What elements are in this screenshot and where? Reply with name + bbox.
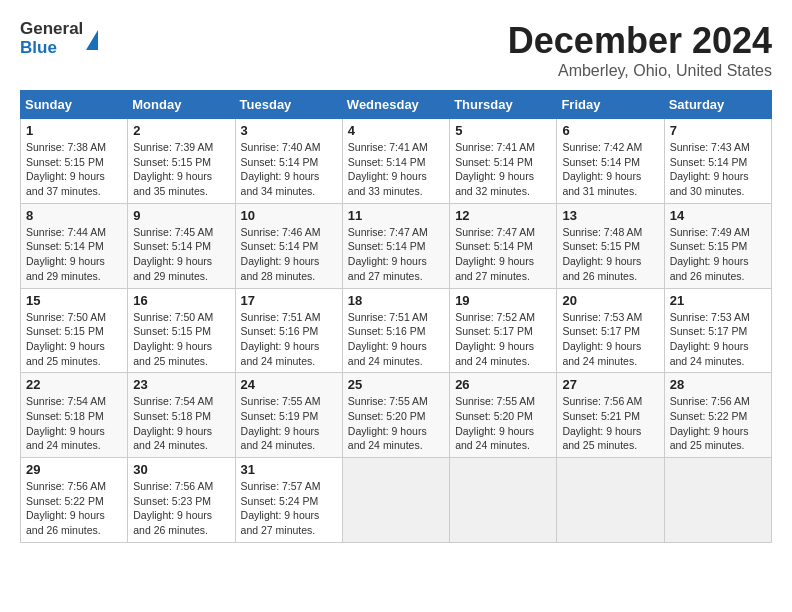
logo-text-block: General Blue <box>20 20 83 57</box>
calendar-header-saturday: Saturday <box>664 91 771 119</box>
day-number: 17 <box>241 293 337 308</box>
day-number: 2 <box>133 123 229 138</box>
calendar-cell: 19 Sunrise: 7:52 AMSunset: 5:17 PMDaylig… <box>450 288 557 373</box>
calendar-header-friday: Friday <box>557 91 664 119</box>
day-detail: Sunrise: 7:55 AMSunset: 5:19 PMDaylight:… <box>241 395 321 451</box>
day-number: 29 <box>26 462 122 477</box>
calendar-cell: 22 Sunrise: 7:54 AMSunset: 5:18 PMDaylig… <box>21 373 128 458</box>
day-detail: Sunrise: 7:41 AMSunset: 5:14 PMDaylight:… <box>348 141 428 197</box>
day-detail: Sunrise: 7:56 AMSunset: 5:22 PMDaylight:… <box>26 480 106 536</box>
calendar-cell: 15 Sunrise: 7:50 AMSunset: 5:15 PMDaylig… <box>21 288 128 373</box>
day-detail: Sunrise: 7:54 AMSunset: 5:18 PMDaylight:… <box>26 395 106 451</box>
day-detail: Sunrise: 7:41 AMSunset: 5:14 PMDaylight:… <box>455 141 535 197</box>
calendar-cell: 28 Sunrise: 7:56 AMSunset: 5:22 PMDaylig… <box>664 373 771 458</box>
calendar-header-wednesday: Wednesday <box>342 91 449 119</box>
calendar-cell: 14 Sunrise: 7:49 AMSunset: 5:15 PMDaylig… <box>664 203 771 288</box>
day-detail: Sunrise: 7:56 AMSunset: 5:21 PMDaylight:… <box>562 395 642 451</box>
day-detail: Sunrise: 7:51 AMSunset: 5:16 PMDaylight:… <box>241 311 321 367</box>
calendar-cell: 6 Sunrise: 7:42 AMSunset: 5:14 PMDayligh… <box>557 119 664 204</box>
day-detail: Sunrise: 7:45 AMSunset: 5:14 PMDaylight:… <box>133 226 213 282</box>
day-detail: Sunrise: 7:52 AMSunset: 5:17 PMDaylight:… <box>455 311 535 367</box>
day-detail: Sunrise: 7:57 AMSunset: 5:24 PMDaylight:… <box>241 480 321 536</box>
day-detail: Sunrise: 7:55 AMSunset: 5:20 PMDaylight:… <box>455 395 535 451</box>
calendar-cell: 27 Sunrise: 7:56 AMSunset: 5:21 PMDaylig… <box>557 373 664 458</box>
day-number: 11 <box>348 208 444 223</box>
day-number: 24 <box>241 377 337 392</box>
calendar-cell: 11 Sunrise: 7:47 AMSunset: 5:14 PMDaylig… <box>342 203 449 288</box>
calendar-table: SundayMondayTuesdayWednesdayThursdayFrid… <box>20 90 772 543</box>
calendar-week-4: 22 Sunrise: 7:54 AMSunset: 5:18 PMDaylig… <box>21 373 772 458</box>
day-detail: Sunrise: 7:56 AMSunset: 5:22 PMDaylight:… <box>670 395 750 451</box>
day-detail: Sunrise: 7:40 AMSunset: 5:14 PMDaylight:… <box>241 141 321 197</box>
calendar-cell: 13 Sunrise: 7:48 AMSunset: 5:15 PMDaylig… <box>557 203 664 288</box>
day-detail: Sunrise: 7:47 AMSunset: 5:14 PMDaylight:… <box>348 226 428 282</box>
day-number: 23 <box>133 377 229 392</box>
day-detail: Sunrise: 7:46 AMSunset: 5:14 PMDaylight:… <box>241 226 321 282</box>
day-detail: Sunrise: 7:38 AMSunset: 5:15 PMDaylight:… <box>26 141 106 197</box>
day-number: 19 <box>455 293 551 308</box>
day-number: 26 <box>455 377 551 392</box>
calendar-header-tuesday: Tuesday <box>235 91 342 119</box>
day-number: 25 <box>348 377 444 392</box>
day-detail: Sunrise: 7:53 AMSunset: 5:17 PMDaylight:… <box>670 311 750 367</box>
calendar-cell: 4 Sunrise: 7:41 AMSunset: 5:14 PMDayligh… <box>342 119 449 204</box>
day-detail: Sunrise: 7:54 AMSunset: 5:18 PMDaylight:… <box>133 395 213 451</box>
day-number: 22 <box>26 377 122 392</box>
logo-triangle-icon <box>86 30 98 50</box>
calendar-cell: 29 Sunrise: 7:56 AMSunset: 5:22 PMDaylig… <box>21 458 128 543</box>
header: General Blue December 2024 Amberley, Ohi… <box>20 20 772 80</box>
day-detail: Sunrise: 7:48 AMSunset: 5:15 PMDaylight:… <box>562 226 642 282</box>
day-number: 3 <box>241 123 337 138</box>
day-number: 5 <box>455 123 551 138</box>
day-detail: Sunrise: 7:53 AMSunset: 5:17 PMDaylight:… <box>562 311 642 367</box>
day-number: 1 <box>26 123 122 138</box>
day-number: 31 <box>241 462 337 477</box>
day-number: 13 <box>562 208 658 223</box>
calendar-week-3: 15 Sunrise: 7:50 AMSunset: 5:15 PMDaylig… <box>21 288 772 373</box>
day-detail: Sunrise: 7:42 AMSunset: 5:14 PMDaylight:… <box>562 141 642 197</box>
calendar-week-2: 8 Sunrise: 7:44 AMSunset: 5:14 PMDayligh… <box>21 203 772 288</box>
calendar-cell: 17 Sunrise: 7:51 AMSunset: 5:16 PMDaylig… <box>235 288 342 373</box>
day-number: 8 <box>26 208 122 223</box>
logo: General Blue <box>20 20 98 57</box>
calendar-week-1: 1 Sunrise: 7:38 AMSunset: 5:15 PMDayligh… <box>21 119 772 204</box>
day-detail: Sunrise: 7:56 AMSunset: 5:23 PMDaylight:… <box>133 480 213 536</box>
calendar-header-monday: Monday <box>128 91 235 119</box>
calendar-cell: 12 Sunrise: 7:47 AMSunset: 5:14 PMDaylig… <box>450 203 557 288</box>
day-detail: Sunrise: 7:51 AMSunset: 5:16 PMDaylight:… <box>348 311 428 367</box>
day-number: 12 <box>455 208 551 223</box>
calendar-cell: 8 Sunrise: 7:44 AMSunset: 5:14 PMDayligh… <box>21 203 128 288</box>
calendar-cell: 18 Sunrise: 7:51 AMSunset: 5:16 PMDaylig… <box>342 288 449 373</box>
day-number: 10 <box>241 208 337 223</box>
calendar-cell <box>342 458 449 543</box>
day-number: 4 <box>348 123 444 138</box>
day-number: 30 <box>133 462 229 477</box>
calendar-week-5: 29 Sunrise: 7:56 AMSunset: 5:22 PMDaylig… <box>21 458 772 543</box>
logo-general: General <box>20 20 83 39</box>
day-number: 9 <box>133 208 229 223</box>
title-area: December 2024 Amberley, Ohio, United Sta… <box>508 20 772 80</box>
calendar-cell: 30 Sunrise: 7:56 AMSunset: 5:23 PMDaylig… <box>128 458 235 543</box>
day-detail: Sunrise: 7:50 AMSunset: 5:15 PMDaylight:… <box>26 311 106 367</box>
day-detail: Sunrise: 7:55 AMSunset: 5:20 PMDaylight:… <box>348 395 428 451</box>
calendar-cell <box>557 458 664 543</box>
day-detail: Sunrise: 7:43 AMSunset: 5:14 PMDaylight:… <box>670 141 750 197</box>
day-number: 6 <box>562 123 658 138</box>
day-number: 16 <box>133 293 229 308</box>
calendar-cell: 5 Sunrise: 7:41 AMSunset: 5:14 PMDayligh… <box>450 119 557 204</box>
day-number: 28 <box>670 377 766 392</box>
calendar-cell: 21 Sunrise: 7:53 AMSunset: 5:17 PMDaylig… <box>664 288 771 373</box>
calendar-cell: 26 Sunrise: 7:55 AMSunset: 5:20 PMDaylig… <box>450 373 557 458</box>
calendar-cell: 20 Sunrise: 7:53 AMSunset: 5:17 PMDaylig… <box>557 288 664 373</box>
calendar-cell: 7 Sunrise: 7:43 AMSunset: 5:14 PMDayligh… <box>664 119 771 204</box>
calendar-cell: 24 Sunrise: 7:55 AMSunset: 5:19 PMDaylig… <box>235 373 342 458</box>
day-number: 15 <box>26 293 122 308</box>
calendar-cell: 2 Sunrise: 7:39 AMSunset: 5:15 PMDayligh… <box>128 119 235 204</box>
month-title: December 2024 <box>508 20 772 62</box>
calendar-cell <box>664 458 771 543</box>
day-number: 21 <box>670 293 766 308</box>
calendar-cell: 16 Sunrise: 7:50 AMSunset: 5:15 PMDaylig… <box>128 288 235 373</box>
day-detail: Sunrise: 7:49 AMSunset: 5:15 PMDaylight:… <box>670 226 750 282</box>
day-detail: Sunrise: 7:47 AMSunset: 5:14 PMDaylight:… <box>455 226 535 282</box>
calendar-cell: 23 Sunrise: 7:54 AMSunset: 5:18 PMDaylig… <box>128 373 235 458</box>
